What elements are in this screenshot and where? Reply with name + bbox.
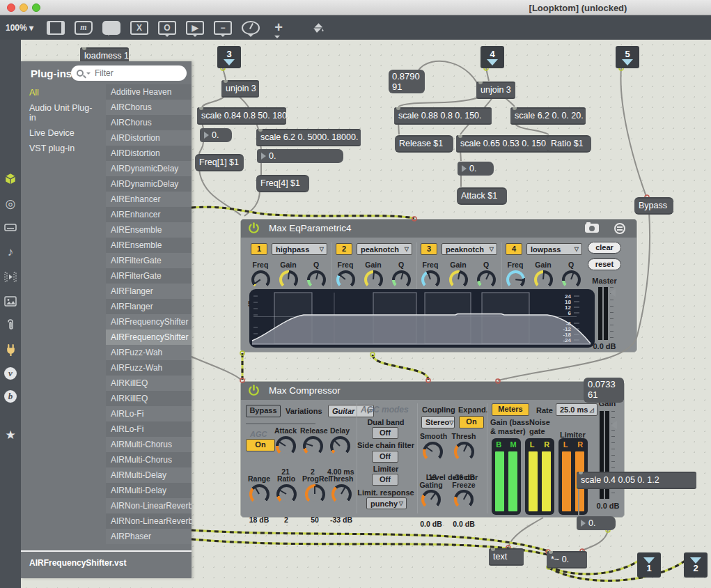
- plugin-list-item[interactable]: AIREnsemble: [106, 238, 192, 253]
- rate-dropdown[interactable]: 25.0 ms◿: [556, 403, 597, 416]
- q-knob[interactable]: [307, 270, 326, 289]
- band-number-button[interactable]: 4: [506, 243, 522, 255]
- category-audio-unit[interactable]: Audio Unit Plug-in: [21, 100, 106, 125]
- zoom-level-control[interactable]: 100% ▾: [6, 23, 42, 33]
- smooth-knob[interactable]: [423, 442, 443, 462]
- reset-button[interactable]: reset: [588, 258, 621, 270]
- record-target-icon[interactable]: ◎: [3, 196, 17, 210]
- plugin-list-item[interactable]: AIRDistortion: [106, 146, 192, 161]
- freeze-knob[interactable]: [454, 490, 474, 509]
- power-icon[interactable]: [248, 222, 260, 234]
- plugin-list-item[interactable]: AIRMulti-Chorus: [106, 437, 192, 452]
- plugin-list-item[interactable]: AIRChorus: [106, 115, 192, 130]
- attack-message[interactable]: Attack $1: [457, 187, 507, 205]
- plugin-plug-icon[interactable]: [3, 343, 17, 357]
- freq-knob[interactable]: [421, 270, 440, 289]
- new-dial-icon[interactable]: [242, 21, 260, 35]
- ratio-message[interactable]: Ratio $1: [547, 135, 591, 153]
- limiter-off-button[interactable]: Off: [372, 474, 398, 486]
- plugin-list-item[interactable]: AIRMulti-Chorus: [106, 452, 192, 467]
- console-box-icon[interactable]: [3, 221, 17, 235]
- number-box[interactable]: 0.073361: [584, 378, 624, 403]
- plugin-list-item[interactable]: AIRFilterGate: [106, 268, 192, 284]
- patcher-canvas[interactable]: Max EqParametric4 1 highpass▽ Freq50.0 H…: [21, 40, 711, 588]
- beap-icon[interactable]: b: [4, 390, 17, 403]
- text-object[interactable]: text: [489, 548, 524, 566]
- fader-handle-icon[interactable]: [609, 288, 616, 297]
- category-live-device[interactable]: Live Device: [21, 125, 106, 141]
- master-fader[interactable]: [596, 287, 617, 341]
- new-comment-icon[interactable]: [102, 21, 120, 35]
- dual-band-off-button[interactable]: Off: [372, 427, 398, 439]
- filter-type-dropdown[interactable]: highpass▽: [272, 243, 327, 255]
- unjoin-object[interactable]: unjoin 3: [221, 80, 259, 98]
- gain-knob[interactable]: [534, 270, 553, 289]
- eq-response-graph[interactable]: 24 18 12 6 -6 -12 -18 -24: [249, 289, 595, 348]
- add-object-icon[interactable]: +: [269, 21, 288, 35]
- snapshot-camera-icon[interactable]: [585, 224, 599, 233]
- filter-type-dropdown[interactable]: peaknotch▽: [357, 243, 412, 255]
- favorites-star-icon[interactable]: ★: [3, 428, 17, 442]
- band-number-button[interactable]: 1: [251, 243, 267, 255]
- patcher-inlet-4[interactable]: 4: [480, 46, 504, 68]
- freq-knob[interactable]: [336, 270, 355, 289]
- plugin-list-item[interactable]: AIRFuzz-Wah: [106, 360, 192, 376]
- bypass-message[interactable]: Bypass: [634, 197, 673, 215]
- q-knob[interactable]: [477, 270, 496, 289]
- plugin-list-item[interactable]: AIRDynamicDelay: [106, 176, 192, 192]
- number-box[interactable]: 0.: [200, 128, 232, 142]
- freq-knob[interactable]: [506, 270, 525, 289]
- patcher-inlet-3[interactable]: 3: [217, 46, 241, 68]
- limit-response-dropdown[interactable]: punchy▽: [366, 497, 407, 509]
- filter-type-dropdown[interactable]: lowpass▽: [526, 243, 582, 255]
- plugin-list-item[interactable]: AIRFrequencyShifter: [106, 314, 192, 330]
- progrel-knob[interactable]: [305, 484, 325, 504]
- bypass-button[interactable]: Bypass: [246, 405, 281, 417]
- plugin-list-item[interactable]: AIRPhaser: [106, 529, 192, 544]
- patcher-outlet-1[interactable]: 1: [637, 552, 661, 578]
- fader-handle-icon[interactable]: [611, 421, 617, 429]
- number-box[interactable]: 0.: [257, 149, 343, 163]
- scale-object[interactable]: scale 0.4 0.05 0. 1.2: [577, 472, 696, 489]
- power-icon[interactable]: [248, 385, 260, 396]
- plugin-list-item[interactable]: AIRDistortion: [106, 130, 192, 146]
- number-box[interactable]: 0.879091: [389, 70, 425, 93]
- filter-input[interactable]: [95, 68, 171, 78]
- package-cube-icon[interactable]: [3, 172, 17, 186]
- category-all[interactable]: All: [21, 85, 106, 100]
- scale-object[interactable]: scale 6.2 0. 5000. 18000.: [256, 129, 361, 146]
- plugin-list-item[interactable]: AIRChorus: [106, 100, 192, 115]
- expand-on-button[interactable]: On: [459, 416, 484, 428]
- gain-knob[interactable]: [449, 270, 468, 289]
- new-toggle-icon[interactable]: X: [130, 21, 148, 35]
- release-knob[interactable]: [303, 436, 323, 456]
- plugin-list-item[interactable]: AIRNon-LinearReverb: [106, 498, 192, 513]
- plugin-list-item[interactable]: AIRMulti-Delay: [106, 467, 192, 483]
- video-film-icon[interactable]: [3, 270, 17, 284]
- freq4-message[interactable]: Freq[4] $1: [256, 175, 309, 192]
- filter-type-dropdown[interactable]: peaknotch▽: [442, 243, 497, 255]
- minimize-window-icon[interactable]: [19, 3, 28, 12]
- gain-knob[interactable]: [279, 270, 298, 289]
- new-button-icon[interactable]: O: [158, 21, 176, 35]
- scale-object[interactable]: scale 0.88 0.8 0. 150.: [394, 107, 492, 125]
- q-knob[interactable]: [562, 270, 581, 289]
- plugin-list-item[interactable]: AIREnhancer: [106, 207, 192, 222]
- freq1-message[interactable]: Freq[1] $1: [195, 154, 244, 171]
- filter-box[interactable]: [71, 65, 187, 81]
- patcher-outlet-2[interactable]: 2: [684, 552, 708, 578]
- preset-icon[interactable]: [614, 223, 625, 234]
- clear-button[interactable]: clear: [588, 242, 621, 254]
- new-number-box-icon[interactable]: −: [214, 21, 232, 35]
- band-number-button[interactable]: 2: [336, 243, 352, 255]
- zoom-window-icon[interactable]: [32, 3, 40, 12]
- plugin-list-item[interactable]: Additive Heaven: [106, 84, 192, 100]
- plugin-list-item[interactable]: AIRLo-Fi: [106, 421, 192, 437]
- unjoin-object[interactable]: unjoin 3: [476, 82, 515, 99]
- plugin-list-item[interactable]: AIRDynamicDelay: [106, 161, 192, 176]
- scale-object[interactable]: scale 6.2 0. 0. 20.: [510, 107, 586, 125]
- plugin-list-item[interactable]: AIRFlanger: [106, 284, 192, 299]
- category-vst[interactable]: VST plug-in: [21, 141, 106, 156]
- close-window-icon[interactable]: [7, 3, 15, 12]
- agc-on-button[interactable]: On: [246, 439, 275, 451]
